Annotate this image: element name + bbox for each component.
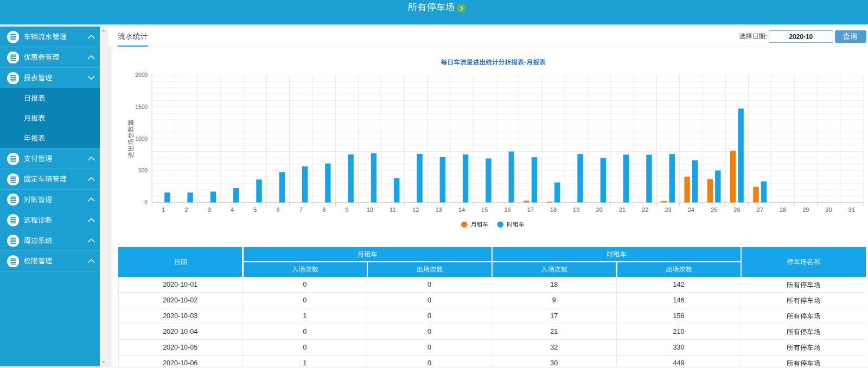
svg-text:14: 14 — [458, 206, 465, 213]
svg-text:26: 26 — [733, 206, 740, 213]
svg-text:6: 6 — [277, 206, 280, 213]
svg-text:10: 10 — [367, 206, 373, 213]
svg-text:3: 3 — [208, 206, 211, 213]
svg-text:16: 16 — [504, 206, 510, 213]
svg-text:19: 19 — [573, 206, 579, 213]
svg-text:20: 20 — [596, 206, 603, 213]
svg-text:15: 15 — [481, 206, 488, 213]
svg-text:2: 2 — [184, 206, 188, 213]
svg-text:25: 25 — [711, 206, 717, 213]
svg-text:23: 23 — [665, 206, 671, 213]
svg-text:29: 29 — [802, 206, 809, 213]
svg-text:21: 21 — [619, 206, 626, 213]
svg-text:1: 1 — [162, 206, 165, 213]
svg-text:5: 5 — [253, 206, 257, 213]
svg-text:27: 27 — [757, 206, 763, 213]
svg-text:7: 7 — [299, 206, 303, 213]
svg-text:30: 30 — [825, 206, 832, 213]
svg-text:12: 12 — [412, 206, 419, 213]
svg-text:17: 17 — [527, 206, 534, 213]
svg-text:500: 500 — [138, 167, 148, 173]
svg-text:2000: 2000 — [135, 72, 148, 78]
svg-text:28: 28 — [780, 206, 786, 213]
svg-text:24: 24 — [688, 206, 694, 213]
svg-text:22: 22 — [642, 206, 648, 213]
svg-text:31: 31 — [848, 206, 855, 213]
svg-text:9: 9 — [345, 206, 348, 213]
svg-text:8: 8 — [322, 206, 326, 213]
svg-text:1500: 1500 — [135, 104, 148, 110]
svg-text:18: 18 — [550, 206, 557, 213]
svg-text:0: 0 — [144, 199, 148, 205]
svg-text:13: 13 — [435, 206, 442, 213]
svg-text:4: 4 — [231, 206, 234, 213]
svg-text:11: 11 — [390, 206, 395, 213]
svg-text:1000: 1000 — [135, 136, 148, 142]
